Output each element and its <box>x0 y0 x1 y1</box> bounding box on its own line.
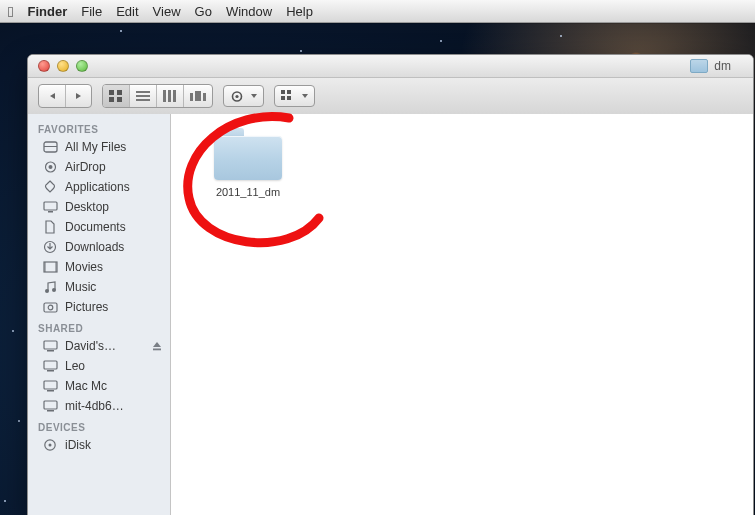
computer-icon <box>42 359 58 373</box>
caret-down-icon <box>302 94 308 98</box>
music-icon <box>42 280 58 294</box>
window-titlebar[interactable]: dm <box>28 55 753 78</box>
menu-view[interactable]: View <box>153 4 181 19</box>
computer-icon <box>42 379 58 393</box>
sidebar-item-label: David's… <box>65 339 116 353</box>
svg-rect-38 <box>44 381 57 389</box>
sidebar-item-pictures[interactable]: Pictures <box>28 297 170 317</box>
svg-rect-2 <box>109 97 114 102</box>
svg-rect-23 <box>44 202 57 210</box>
svg-rect-35 <box>153 349 161 351</box>
forward-button[interactable] <box>65 85 91 107</box>
view-list-button[interactable] <box>129 85 156 107</box>
svg-rect-10 <box>190 93 193 101</box>
sidebar-item-shared-davids[interactable]: David's… <box>28 336 170 356</box>
svg-rect-4 <box>136 91 150 93</box>
sidebar-item-music[interactable]: Music <box>28 277 170 297</box>
finder-content-area[interactable]: 2011_11_dm <box>171 114 753 515</box>
sidebar-item-label: Downloads <box>65 240 124 254</box>
sidebar-item-documents[interactable]: Documents <box>28 217 170 237</box>
all-my-files-icon <box>42 140 58 154</box>
pictures-icon <box>42 300 58 314</box>
svg-rect-17 <box>281 96 285 100</box>
window-zoom-button[interactable] <box>76 60 88 72</box>
svg-point-22 <box>48 165 52 169</box>
menu-window[interactable]: Window <box>226 4 272 19</box>
svg-rect-8 <box>168 90 171 102</box>
svg-rect-33 <box>44 341 57 349</box>
svg-rect-31 <box>44 303 57 312</box>
computer-icon <box>42 399 58 413</box>
svg-rect-6 <box>136 99 150 101</box>
sidebar-item-shared-macmc[interactable]: Mac Mc <box>28 376 170 396</box>
arrange-menu-button[interactable] <box>274 85 315 107</box>
sidebar-item-downloads[interactable]: Downloads <box>28 237 170 257</box>
sidebar-item-idisk[interactable]: iDisk <box>28 435 170 455</box>
eject-icon[interactable] <box>152 341 162 351</box>
system-menubar:  Finder File Edit View Go Window Help <box>0 0 755 23</box>
apple-menu[interactable]:  <box>8 4 13 19</box>
menu-edit[interactable]: Edit <box>116 4 138 19</box>
sidebar-item-label: iDisk <box>65 438 91 452</box>
svg-point-30 <box>52 288 56 292</box>
svg-rect-28 <box>55 262 57 272</box>
applications-icon <box>42 180 58 194</box>
movies-icon <box>42 260 58 274</box>
finder-sidebar: FAVORITES All My Files AirDrop Applicati… <box>28 114 171 515</box>
svg-rect-24 <box>48 211 53 213</box>
back-button[interactable] <box>39 85 65 107</box>
svg-rect-37 <box>47 370 54 372</box>
airdrop-icon <box>42 160 58 174</box>
window-minimize-button[interactable] <box>57 60 69 72</box>
sidebar-item-desktop[interactable]: Desktop <box>28 197 170 217</box>
sidebar-item-applications[interactable]: Applications <box>28 177 170 197</box>
action-menu-button[interactable] <box>223 85 264 107</box>
chevron-right-icon <box>76 93 81 99</box>
svg-rect-7 <box>163 90 166 102</box>
documents-icon <box>42 220 58 234</box>
sidebar-item-all-my-files[interactable]: All My Files <box>28 137 170 157</box>
svg-rect-36 <box>44 361 57 369</box>
svg-rect-0 <box>109 90 114 95</box>
view-columns-button[interactable] <box>156 85 183 107</box>
sidebar-item-label: AirDrop <box>65 160 106 174</box>
svg-rect-15 <box>281 90 285 94</box>
menu-go[interactable]: Go <box>195 4 212 19</box>
sidebar-item-label: mit-4db6… <box>65 399 124 413</box>
sidebar-item-label: Documents <box>65 220 126 234</box>
sidebar-item-label: Desktop <box>65 200 109 214</box>
svg-rect-1 <box>117 90 122 95</box>
chevron-left-icon <box>50 93 55 99</box>
list-icon <box>136 90 150 102</box>
folder-item-2011-11-dm[interactable]: 2011_11_dm <box>203 128 293 198</box>
svg-rect-27 <box>44 262 46 272</box>
sidebar-item-label: Music <box>65 280 96 294</box>
sidebar-header-devices: DEVICES <box>28 416 170 435</box>
svg-point-43 <box>49 444 52 447</box>
caret-down-icon <box>251 94 257 98</box>
columns-icon <box>163 90 177 102</box>
menu-help[interactable]: Help <box>286 4 313 19</box>
finder-window: dm <box>27 54 754 515</box>
sidebar-item-label: All My Files <box>65 140 126 154</box>
sidebar-item-airdrop[interactable]: AirDrop <box>28 157 170 177</box>
sidebar-item-shared-mit[interactable]: mit-4db6… <box>28 396 170 416</box>
sidebar-item-label: Pictures <box>65 300 108 314</box>
view-icon-button[interactable] <box>103 85 129 107</box>
svg-rect-41 <box>47 410 54 412</box>
window-close-button[interactable] <box>38 60 50 72</box>
sidebar-item-shared-leo[interactable]: Leo <box>28 356 170 376</box>
svg-rect-3 <box>117 97 122 102</box>
view-coverflow-button[interactable] <box>183 85 212 107</box>
arrange-icon <box>281 90 295 102</box>
svg-rect-5 <box>136 95 150 97</box>
folder-icon <box>214 128 282 180</box>
app-menu-finder[interactable]: Finder <box>27 4 67 19</box>
finder-toolbar <box>28 78 753 115</box>
svg-point-32 <box>48 305 53 310</box>
sidebar-item-movies[interactable]: Movies <box>28 257 170 277</box>
svg-rect-20 <box>44 146 57 147</box>
svg-point-14 <box>235 94 238 97</box>
menu-file[interactable]: File <box>81 4 102 19</box>
svg-rect-11 <box>195 91 201 101</box>
